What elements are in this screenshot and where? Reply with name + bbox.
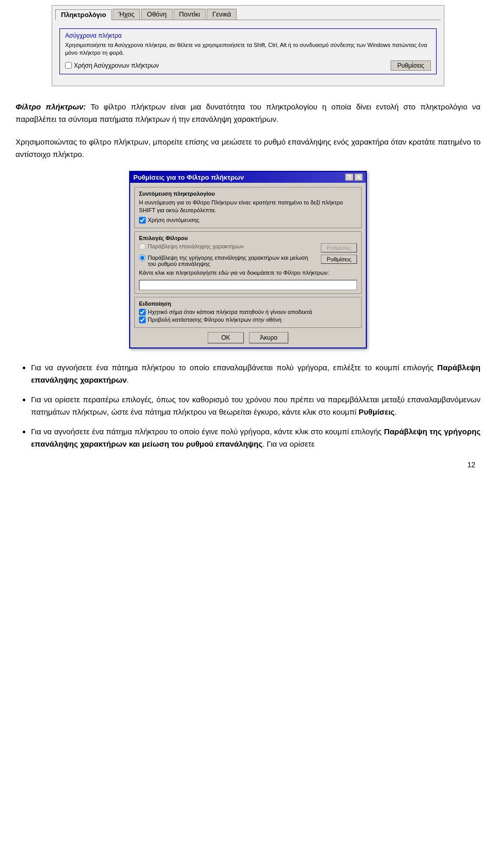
bullet-item-1: Για να αγνοήσετε ένα πάτημα πλήκτρου το … bbox=[31, 361, 481, 386]
tab-general[interactable]: Γενικά bbox=[207, 9, 237, 20]
async-checkbox[interactable] bbox=[65, 62, 72, 69]
dialog-close-button[interactable]: ✕ bbox=[354, 173, 363, 181]
panel-content: Ασύγχρονα πλήκτρα Χρησιμοποιήστε τα Ασύγ… bbox=[55, 24, 441, 83]
shortcut-text: Η συντόμευση για το Φίλτρο Πλήκτρων είνα… bbox=[139, 199, 357, 215]
bullet3-text1: Για να αγνοήσετε ένα πάτημα πλήκτρου το … bbox=[31, 427, 384, 436]
async-checkbox-label[interactable]: Χρήση Ασύγχρονων πλήκτρων bbox=[65, 62, 159, 69]
tab-screen[interactable]: Οθόνη bbox=[141, 9, 172, 20]
bullet-item-2: Για να ορίσετε περαιτέρω επιλογές, όπως … bbox=[31, 393, 481, 418]
notification-title: Ειδοποίηση bbox=[139, 301, 357, 307]
filter-options-title: Επιλογές Φίλτρου bbox=[139, 235, 357, 241]
shortcut-group: Συντόμευση πληκτρολογίου Η συντόμευση γι… bbox=[134, 187, 362, 228]
async-checkbox-text: Χρήση Ασύγχρονων πλήκτρων bbox=[74, 62, 159, 69]
radio2-input[interactable] bbox=[139, 255, 146, 261]
radio1-label: Παράβλεψη επανάληψης χαρακτήρων bbox=[148, 243, 244, 249]
shortcut-checkbox-row: Χρήση συντόμευσης bbox=[139, 217, 357, 224]
bullet2-bold: Ρυθμίσεις bbox=[359, 407, 395, 416]
section-text: Χρησιμοποιήστε τα Ασύγχρονα πλήκτρα, αν … bbox=[65, 41, 431, 57]
tab-mouse[interactable]: Ποντίκι bbox=[174, 9, 206, 20]
radio1-input[interactable] bbox=[139, 243, 146, 250]
shortcut-checkbox[interactable] bbox=[139, 217, 146, 224]
titlebar-buttons: ? ✕ bbox=[345, 173, 363, 181]
notification-checkbox1-row: Ηχητικό σήμα όταν κάποια πλήκτρα πατηθού… bbox=[139, 309, 357, 315]
bullet2-text2: . bbox=[395, 407, 397, 416]
radio2-label: Παράβλεψη της γρήγορης επανάληψης χαρακτ… bbox=[148, 255, 318, 267]
top-screenshot: Πληκτρολόγιο Ήχος Οθόνη Ποντίκι Γενικά Α… bbox=[52, 5, 444, 86]
radio1-settings-button[interactable]: Ρυθμίσεις bbox=[321, 243, 357, 252]
bullet-item-3: Για να αγνοήσετε ένα πάτημα πλήκτρου το … bbox=[31, 425, 481, 450]
radio2-label-group: Παράβλεψη της γρήγορης επανάληψης χαρακτ… bbox=[139, 255, 318, 267]
shortcut-checkbox-label: Χρήση συντόμευσης bbox=[148, 217, 199, 223]
shortcut-group-title: Συντόμευση πληκτρολογίου bbox=[139, 191, 357, 197]
notification-checkbox1[interactable] bbox=[139, 309, 146, 315]
ok-button[interactable]: OK bbox=[208, 332, 244, 343]
paragraph-2: Χρησιμοποιώντας το φίλτρο πλήκτρων, μπορ… bbox=[16, 136, 481, 161]
tab-sound[interactable]: Ήχος bbox=[113, 9, 140, 20]
test-input-field[interactable] bbox=[139, 280, 357, 290]
notification-checkbox1-label: Ηχητικό σήμα όταν κάποια πλήκτρα πατηθού… bbox=[148, 309, 312, 315]
filter-dialog: Ρυθμίσεις για το Φίλτρο πλήκτρων ? ✕ Συν… bbox=[129, 171, 367, 349]
dialog-buttons: OK Άκυρο bbox=[134, 332, 362, 343]
notification-checkbox2[interactable] bbox=[139, 317, 146, 323]
para1-bold: Φίλτρο πλήκτρων: bbox=[16, 102, 86, 111]
dialog-titlebar: Ρυθμίσεις για το Φίλτρο πλήκτρων ? ✕ bbox=[130, 172, 366, 183]
tab-keyboard[interactable]: Πληκτρολόγιο bbox=[55, 9, 112, 20]
async-keys-section: Ασύγχρονα πλήκτρα Χρησιμοποιήστε τα Ασύγ… bbox=[59, 28, 437, 74]
bullet1-text1: Για να αγνοήσετε ένα πάτημα πλήκτρου το … bbox=[31, 363, 437, 372]
dialog-body: Συντόμευση πληκτρολογίου Η συντόμευση γι… bbox=[130, 183, 366, 348]
top-settings-button[interactable]: Ρυθμίσεις bbox=[391, 60, 431, 71]
radio1-label-group: Παράβλεψη επανάληψης χαρακτήρων bbox=[139, 243, 318, 250]
bullet2-text1: Για να ορίσετε περαιτέρω επιλογές, όπως … bbox=[31, 395, 481, 416]
bullet1-text2: . bbox=[127, 375, 129, 384]
test-input-label: Κάντε κλικ και πληκτρολογήστε εδώ για να… bbox=[139, 269, 357, 277]
dialog-title: Ρυθμίσεις για το Φίλτρο πλήκτρων bbox=[133, 173, 244, 181]
radio2-settings-button[interactable]: Ρυθμίσεις bbox=[321, 255, 357, 264]
paragraph-1: Φίλτρο πλήκτρων: Το φίλτρο πλήκτρων είνα… bbox=[16, 101, 481, 125]
section-title: Ασύγχρονα πλήκτρα bbox=[65, 32, 431, 39]
filter-options-group: Επιλογές Φίλτρου Παράβλεψη επανάληψης χα… bbox=[134, 231, 362, 294]
notification-checkbox2-row: Προβολή κατάστασης Φίλτρου πλήκτρων στην… bbox=[139, 317, 357, 323]
radio2-row: Παράβλεψη της γρήγορης επανάληψης χαρακτ… bbox=[139, 255, 357, 267]
tab-bar: Πληκτρολόγιο Ήχος Οθόνη Ποντίκι Γενικά bbox=[55, 9, 441, 20]
page-number: 12 bbox=[16, 461, 481, 469]
radio1-row: Παράβλεψη επανάληψης χαρακτήρων Ρυθμίσει… bbox=[139, 243, 357, 252]
notification-group: Ειδοποίηση Ηχητικό σήμα όταν κάποια πλήκ… bbox=[134, 297, 362, 328]
checkbox-row: Χρήση Ασύγχρονων πλήκτρων Ρυθμίσεις bbox=[65, 60, 431, 71]
dialog-container: Ρυθμίσεις για το Φίλτρο πλήκτρων ? ✕ Συν… bbox=[16, 171, 481, 349]
cancel-button[interactable]: Άκυρο bbox=[249, 332, 288, 343]
notification-checkbox2-label: Προβολή κατάστασης Φίλτρου πλήκτρων στην… bbox=[148, 317, 282, 323]
dialog-help-button[interactable]: ? bbox=[345, 173, 353, 181]
bullet-list: Για να αγνοήσετε ένα πάτημα πλήκτρου το … bbox=[16, 361, 481, 450]
bullet3-text2: . Για να ορίσετε bbox=[262, 439, 315, 448]
